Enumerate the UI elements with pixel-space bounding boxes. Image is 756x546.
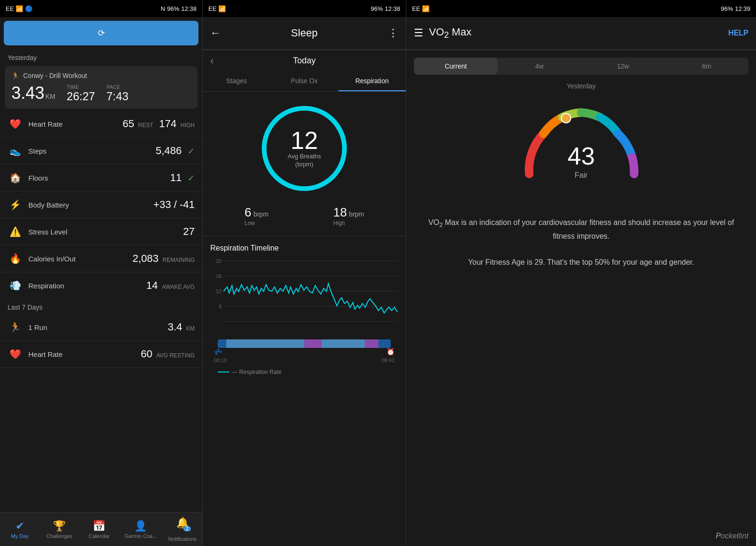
respiration-icon: 💨 [8, 278, 23, 293]
nav-notifications-label: Notifications [168, 536, 197, 542]
yesterday-header: Yesterday [0, 49, 202, 64]
back-icon[interactable]: ← [210, 27, 221, 39]
workout-dist-unit: KM [45, 93, 55, 100]
sleep-stage-bar [214, 339, 395, 348]
signal-icon-1: 📶 [16, 5, 23, 12]
nav-my-day[interactable]: ✔ My Day [6, 520, 34, 539]
tab-respiration[interactable]: Respiration [338, 71, 406, 91]
respiration-value: 14 [146, 279, 157, 291]
resp-circle-container: 12 Avg Breaths(brpm) [203, 92, 406, 200]
nav-calendar[interactable]: 📅 Calendar [85, 520, 113, 539]
svg-text:8: 8 [219, 303, 222, 309]
hamburger-icon[interactable]: ☰ [414, 27, 423, 39]
legend: — Respiration Rate [210, 365, 398, 375]
stress-value: 27 [183, 225, 195, 238]
heart-rate-high: 174 [159, 118, 177, 130]
svg-text:12: 12 [216, 288, 222, 294]
garmin-icon: 👤 [134, 520, 147, 532]
resp-low-val: 6 [244, 205, 251, 219]
sleep-alarm-icon: ⏰ [387, 348, 395, 355]
workout-name: Conwy - Drill Workout [23, 72, 87, 79]
floors-check: ✓ [188, 173, 195, 183]
battery-3: 96% [721, 5, 733, 12]
sleep-tabs: Stages Pulse Ox Respiration [203, 71, 406, 92]
carrier-3: EE [412, 5, 420, 12]
more-icon[interactable]: ⋮ [388, 27, 398, 39]
sleep-title: Sleep [226, 27, 382, 39]
resp-high-val: 18 [333, 205, 347, 219]
gauge-indicator [561, 113, 571, 123]
date-prev-icon[interactable]: ‹ [210, 55, 214, 67]
svg-text:20: 20 [216, 258, 222, 264]
stress-icon: ⚠️ [8, 224, 23, 239]
nav-challenges[interactable]: 🏆 Challenges [45, 520, 74, 539]
respiration-label: Respiration [28, 282, 146, 290]
steps-icon: 👟 [8, 143, 23, 158]
status-bar-3: EE 📶 96% 12:39 [406, 0, 756, 17]
pocketlint-text: Pocketlint [716, 532, 748, 540]
resp-circle: 12 Avg Breaths(brpm) [262, 106, 347, 191]
hr-avg: 60 [141, 348, 152, 360]
tab-pulse-ox[interactable]: Pulse Ox [270, 71, 338, 91]
vo2-gauge: 43 Fair [515, 103, 647, 198]
floors-value: 11 [170, 172, 181, 183]
panel-vo2: EE 📶 96% 12:39 ☰ VO2 Max HELP Current 4w… [406, 0, 756, 546]
heart-rate-label: Heart Rate [28, 120, 122, 128]
run-distance: 3.4 [168, 321, 182, 333]
metric-body-battery[interactable]: ⚡ Body Battery +33 / -41 [0, 191, 202, 218]
vo2-header: ☰ VO2 Max HELP [406, 17, 756, 50]
body-battery-icon: ⚡ [8, 197, 23, 212]
metric-calories[interactable]: 🔥 Calories In/Out 2,083 REMAINING [0, 245, 202, 272]
workout-card[interactable]: 🏃 Conwy - Drill Workout 3.43 KM TIME 26:… [5, 66, 198, 109]
metric-heart-rate[interactable]: ❤️ Heart Rate 65 REST 174 HIGH [0, 111, 202, 138]
nav-my-day-label: My Day [11, 533, 28, 539]
status-bar-2: EE 📶 96% 12:38 [203, 0, 406, 17]
resp-low: 6 brpm Low [244, 205, 268, 226]
legend-line [218, 372, 229, 373]
tab-stages[interactable]: Stages [203, 71, 270, 91]
steps-label: Steps [28, 147, 155, 155]
respiration-chart: 20 16 12 8 [223, 256, 398, 332]
workout-title: 🏃 Conwy - Drill Workout [11, 72, 191, 79]
top-banner[interactable]: ⟳ [4, 21, 198, 45]
help-button[interactable]: HELP [728, 29, 748, 37]
nav-calendar-label: Calendar [88, 533, 110, 539]
workout-stats: 3.43 KM TIME 26:27 PACE 7:43 [11, 83, 191, 103]
last7-header: Last 7 Days [0, 299, 202, 314]
time-tabs: Current 4w 12w 6m [414, 58, 748, 75]
challenges-icon: 🏆 [53, 520, 66, 532]
tab-4w[interactable]: 4w [498, 58, 581, 75]
tab-12w[interactable]: 12w [581, 58, 665, 75]
last7-runs[interactable]: 🏃 1 Run 3.4 KM [0, 314, 202, 341]
calories-icon: 🔥 [8, 251, 23, 266]
panel-my-day: EE 📶 🔵 N 96% 12:38 ⟳ Yesterday 🏃 Conwy -… [0, 0, 202, 546]
battery-2: 96% [370, 5, 383, 12]
nav-garmin-coach[interactable]: 👤 Garmin Coa... [125, 520, 157, 539]
nav-notifications[interactable]: 🔔 2 Notifications [168, 517, 197, 542]
status-bar-1: EE 📶 🔵 N 96% 12:38 [0, 0, 202, 17]
metric-steps[interactable]: 👟 Steps 5,486 ✓ [0, 138, 202, 165]
notifications-badge: 2 [183, 526, 191, 531]
tab-current[interactable]: Current [414, 58, 498, 75]
chart-wrapper: 20 16 12 8 [223, 256, 385, 334]
timeline-title: Respiration Timeline [210, 244, 398, 252]
svg-text:16: 16 [216, 273, 222, 279]
resp-low-unit: brpm [253, 210, 268, 218]
time-1: 12:38 [181, 5, 197, 12]
tab-6m[interactable]: 6m [665, 58, 748, 75]
signal-icon-3: 📶 [422, 5, 430, 12]
hr-icon-2: ❤️ [8, 347, 23, 362]
carrier-1: EE [6, 5, 14, 12]
vo2-date: Yesterday [406, 75, 756, 94]
battery-1: 96% [167, 5, 179, 12]
vo2-description: VO2 Max is an indication of your cardiov… [406, 207, 756, 251]
last7-heart-rate[interactable]: ❤️ Heart Rate 60 AVG RESTING [0, 341, 202, 368]
resp-high: 18 brpm High [333, 205, 364, 226]
panel-sleep: EE 📶 96% 12:38 ← Sleep ⋮ ‹ Today Stages … [202, 0, 406, 546]
sleep-header: ← Sleep ⋮ [203, 17, 406, 50]
metric-respiration[interactable]: 💨 Respiration 14 AWAKE AVG [0, 272, 202, 299]
metric-floors[interactable]: 🏠 Floors 11 ✓ [0, 165, 202, 191]
body-battery-value: +33 / -41 [154, 199, 195, 211]
metric-stress-level[interactable]: ⚠️ Stress Level 27 [0, 218, 202, 245]
nav-challenges-label: Challenges [46, 533, 72, 539]
